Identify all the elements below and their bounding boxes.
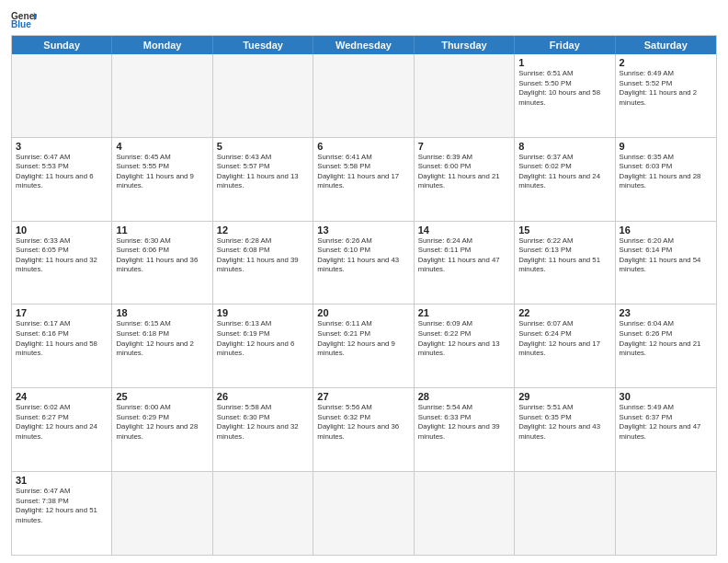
day-number: 2 xyxy=(620,57,712,68)
day-info: Sunrise: 6:00 AM Sunset: 6:29 PM Dayligh… xyxy=(116,403,208,442)
day-info: Sunrise: 6:39 AM Sunset: 6:00 PM Dayligh… xyxy=(418,153,510,191)
calendar-cell: 30Sunrise: 5:49 AM Sunset: 6:37 PM Dayli… xyxy=(616,388,716,471)
calendar-cell: 21Sunrise: 6:09 AM Sunset: 6:22 PM Dayli… xyxy=(415,304,515,387)
day-number: 20 xyxy=(317,307,409,318)
calendar-cell xyxy=(616,472,716,555)
calendar-body: 1Sunrise: 6:51 AM Sunset: 5:50 PM Daylig… xyxy=(12,54,716,555)
day-info: Sunrise: 6:28 AM Sunset: 6:08 PM Dayligh… xyxy=(217,236,309,275)
day-number: 11 xyxy=(116,224,208,236)
calendar-cell: 27Sunrise: 5:56 AM Sunset: 6:32 PM Dayli… xyxy=(313,388,414,471)
calendar-cell: 9Sunrise: 6:35 AM Sunset: 6:03 PM Daylig… xyxy=(616,138,716,221)
day-info: Sunrise: 6:30 AM Sunset: 6:06 PM Dayligh… xyxy=(116,236,208,275)
day-number: 30 xyxy=(620,391,712,402)
day-number: 16 xyxy=(620,224,712,236)
day-info: Sunrise: 6:47 AM Sunset: 5:53 PM Dayligh… xyxy=(16,153,108,191)
day-info: Sunrise: 6:04 AM Sunset: 6:26 PM Dayligh… xyxy=(620,319,712,358)
calendar-cell xyxy=(313,472,414,555)
day-number: 28 xyxy=(418,391,510,402)
calendar-week-2: 3Sunrise: 6:47 AM Sunset: 5:53 PM Daylig… xyxy=(12,137,716,221)
day-number: 7 xyxy=(418,141,510,152)
day-number: 14 xyxy=(418,224,510,236)
calendar-cell xyxy=(213,472,313,555)
day-info: Sunrise: 6:45 AM Sunset: 5:55 PM Dayligh… xyxy=(116,153,208,191)
day-info: Sunrise: 5:49 AM Sunset: 6:37 PM Dayligh… xyxy=(620,403,712,442)
day-number: 13 xyxy=(317,224,409,236)
calendar-cell: 12Sunrise: 6:28 AM Sunset: 6:08 PM Dayli… xyxy=(213,222,313,304)
calendar-week-5: 24Sunrise: 6:02 AM Sunset: 6:27 PM Dayli… xyxy=(12,387,716,471)
calendar-cell: 4Sunrise: 6:45 AM Sunset: 5:55 PM Daylig… xyxy=(112,138,212,221)
calendar-cell: 17Sunrise: 6:17 AM Sunset: 6:16 PM Dayli… xyxy=(12,304,112,387)
weekday-header-sunday: Sunday xyxy=(12,36,112,54)
calendar-cell: 23Sunrise: 6:04 AM Sunset: 6:26 PM Dayli… xyxy=(616,304,716,387)
day-info: Sunrise: 6:24 AM Sunset: 6:11 PM Dayligh… xyxy=(418,236,510,275)
calendar-cell xyxy=(515,472,615,555)
day-info: Sunrise: 6:43 AM Sunset: 5:57 PM Dayligh… xyxy=(217,153,309,191)
day-number: 8 xyxy=(518,141,610,152)
day-number: 24 xyxy=(16,391,108,402)
day-info: Sunrise: 6:37 AM Sunset: 6:02 PM Dayligh… xyxy=(518,153,610,191)
day-number: 25 xyxy=(116,391,208,402)
calendar-header: SundayMondayTuesdayWednesdayThursdayFrid… xyxy=(12,36,716,54)
calendar-cell: 7Sunrise: 6:39 AM Sunset: 6:00 PM Daylig… xyxy=(415,138,515,221)
logo-icon: General Blue xyxy=(11,9,37,29)
day-number: 21 xyxy=(418,307,510,318)
calendar-cell: 3Sunrise: 6:47 AM Sunset: 5:53 PM Daylig… xyxy=(12,138,112,221)
day-info: Sunrise: 6:47 AM Sunset: 7:38 PM Dayligh… xyxy=(16,487,108,525)
day-info: Sunrise: 6:02 AM Sunset: 6:27 PM Dayligh… xyxy=(16,403,108,442)
day-number: 5 xyxy=(217,141,309,152)
day-number: 1 xyxy=(518,57,610,68)
day-info: Sunrise: 6:17 AM Sunset: 6:16 PM Dayligh… xyxy=(16,319,108,358)
day-info: Sunrise: 6:33 AM Sunset: 6:05 PM Dayligh… xyxy=(16,236,108,275)
calendar-cell: 10Sunrise: 6:33 AM Sunset: 6:05 PM Dayli… xyxy=(12,222,112,304)
day-number: 6 xyxy=(317,141,409,152)
calendar-cell: 6Sunrise: 6:41 AM Sunset: 5:58 PM Daylig… xyxy=(313,138,414,221)
weekday-header-friday: Friday xyxy=(515,36,615,54)
calendar-cell: 26Sunrise: 5:58 AM Sunset: 6:30 PM Dayli… xyxy=(213,388,313,471)
day-info: Sunrise: 6:49 AM Sunset: 5:52 PM Dayligh… xyxy=(620,69,712,108)
day-info: Sunrise: 6:07 AM Sunset: 6:24 PM Dayligh… xyxy=(518,319,610,358)
svg-text:Blue: Blue xyxy=(11,19,31,29)
day-info: Sunrise: 6:20 AM Sunset: 6:14 PM Dayligh… xyxy=(620,236,712,275)
day-number: 22 xyxy=(518,307,610,318)
calendar-cell: 24Sunrise: 6:02 AM Sunset: 6:27 PM Dayli… xyxy=(12,388,112,471)
weekday-header-wednesday: Wednesday xyxy=(313,36,414,54)
day-info: Sunrise: 6:41 AM Sunset: 5:58 PM Dayligh… xyxy=(317,153,409,191)
day-number: 3 xyxy=(16,141,108,152)
calendar-week-6: 31Sunrise: 6:47 AM Sunset: 7:38 PM Dayli… xyxy=(12,471,716,555)
day-number: 10 xyxy=(16,224,108,236)
calendar-cell: 5Sunrise: 6:43 AM Sunset: 5:57 PM Daylig… xyxy=(213,138,313,221)
day-info: Sunrise: 6:15 AM Sunset: 6:18 PM Dayligh… xyxy=(116,319,208,358)
day-number: 4 xyxy=(116,141,208,152)
calendar-cell: 1Sunrise: 6:51 AM Sunset: 5:50 PM Daylig… xyxy=(515,54,615,137)
day-info: Sunrise: 6:13 AM Sunset: 6:19 PM Dayligh… xyxy=(217,319,309,358)
calendar-cell: 11Sunrise: 6:30 AM Sunset: 6:06 PM Dayli… xyxy=(112,222,212,304)
day-info: Sunrise: 6:51 AM Sunset: 5:50 PM Dayligh… xyxy=(518,69,610,108)
day-number: 15 xyxy=(518,224,610,236)
calendar-week-4: 17Sunrise: 6:17 AM Sunset: 6:16 PM Dayli… xyxy=(12,304,716,387)
calendar-week-3: 10Sunrise: 6:33 AM Sunset: 6:05 PM Dayli… xyxy=(12,221,716,304)
calendar-cell: 16Sunrise: 6:20 AM Sunset: 6:14 PM Dayli… xyxy=(616,222,716,304)
calendar-cell xyxy=(415,54,515,137)
weekday-header-thursday: Thursday xyxy=(415,36,515,54)
day-info: Sunrise: 6:26 AM Sunset: 6:10 PM Dayligh… xyxy=(317,236,409,275)
calendar-cell: 2Sunrise: 6:49 AM Sunset: 5:52 PM Daylig… xyxy=(616,54,716,137)
day-number: 29 xyxy=(518,391,610,402)
day-info: Sunrise: 5:56 AM Sunset: 6:32 PM Dayligh… xyxy=(317,403,409,442)
weekday-header-saturday: Saturday xyxy=(616,36,716,54)
page-header: General Blue xyxy=(11,9,717,29)
calendar: SundayMondayTuesdayWednesdayThursdayFrid… xyxy=(11,35,717,556)
calendar-cell xyxy=(12,54,112,137)
calendar-cell: 13Sunrise: 6:26 AM Sunset: 6:10 PM Dayli… xyxy=(313,222,414,304)
day-number: 12 xyxy=(217,224,309,236)
calendar-cell xyxy=(415,472,515,555)
day-number: 23 xyxy=(620,307,712,318)
day-info: Sunrise: 6:22 AM Sunset: 6:13 PM Dayligh… xyxy=(518,236,610,275)
day-info: Sunrise: 5:54 AM Sunset: 6:33 PM Dayligh… xyxy=(418,403,510,442)
day-info: Sunrise: 6:09 AM Sunset: 6:22 PM Dayligh… xyxy=(418,319,510,358)
day-number: 19 xyxy=(217,307,309,318)
calendar-cell: 18Sunrise: 6:15 AM Sunset: 6:18 PM Dayli… xyxy=(112,304,212,387)
day-number: 26 xyxy=(217,391,309,402)
day-info: Sunrise: 5:51 AM Sunset: 6:35 PM Dayligh… xyxy=(518,403,610,442)
day-number: 17 xyxy=(16,307,108,318)
calendar-cell: 14Sunrise: 6:24 AM Sunset: 6:11 PM Dayli… xyxy=(415,222,515,304)
